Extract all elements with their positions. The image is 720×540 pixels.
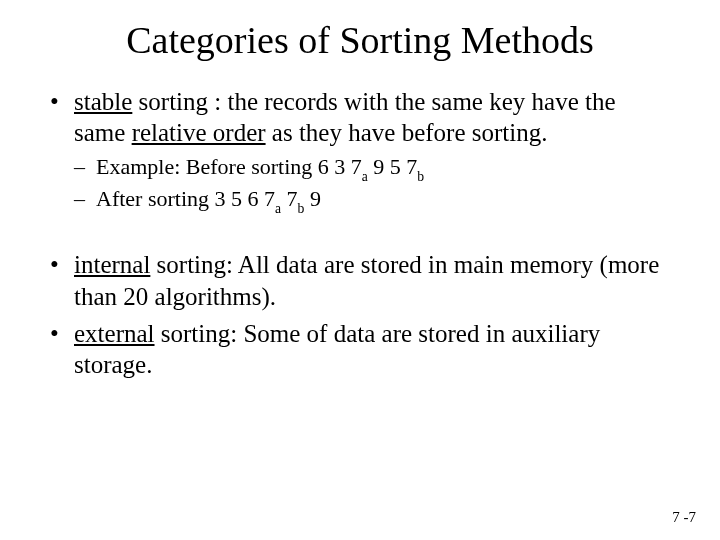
page-number: 7 -7 <box>672 509 696 526</box>
sub-bullet-example-after: After sorting 3 5 6 7a 7b 9 <box>74 185 672 215</box>
example-after-seq2: 7 <box>281 186 298 211</box>
example-before-seq2: 9 5 7 <box>368 154 418 179</box>
subscript-b: b <box>417 169 424 184</box>
sub-bullet-list: Example: Before sorting 6 3 7a 9 5 7b Af… <box>74 153 672 216</box>
spacer <box>48 221 672 243</box>
subscript-a: a <box>362 169 368 184</box>
subscript-a-2: a <box>275 201 281 216</box>
term-stable: stable <box>74 88 132 115</box>
term-external: external <box>74 320 155 347</box>
example-after-label: After sorting <box>96 186 215 211</box>
example-after-seq1: 3 5 6 7 <box>215 186 276 211</box>
text-stable-2: as they have before sorting. <box>266 119 548 146</box>
term-internal: internal <box>74 251 150 278</box>
subscript-b-2: b <box>298 201 305 216</box>
slide: Categories of Sorting Methods stable sor… <box>0 0 720 540</box>
term-relative-order: relative order <box>132 119 266 146</box>
bullet-external: external sorting: Some of data are store… <box>48 318 672 381</box>
example-before-seq1: 6 3 7 <box>318 154 362 179</box>
example-before-label: Example: Before sorting <box>96 154 318 179</box>
bullet-list: stable sorting : the records with the sa… <box>48 86 672 380</box>
slide-title: Categories of Sorting Methods <box>48 18 672 62</box>
example-after-seq3: 9 <box>304 186 321 211</box>
text-internal: sorting: All data are stored in main mem… <box>74 251 659 309</box>
bullet-stable: stable sorting : the records with the sa… <box>48 86 672 215</box>
sub-bullet-example-before: Example: Before sorting 6 3 7a 9 5 7b <box>74 153 672 183</box>
bullet-internal: internal sorting: All data are stored in… <box>48 249 672 312</box>
